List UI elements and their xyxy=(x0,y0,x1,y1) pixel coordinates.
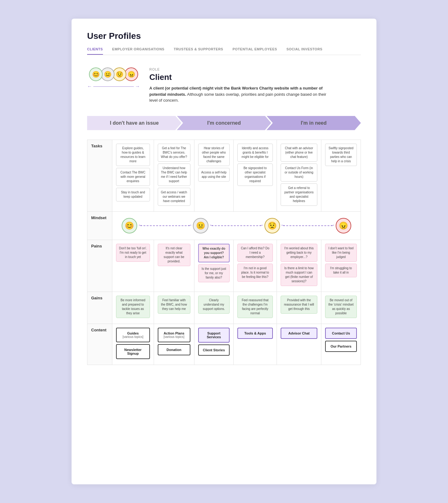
task-card: Get access / watch our webinars we have … xyxy=(158,188,190,206)
face-neutral: 😐 xyxy=(101,67,114,81)
pain-card: I'm not in a good place. Is it normal to… xyxy=(237,264,273,282)
emoji-row: 😊 😐 😟 😠 xyxy=(87,67,140,89)
pain-card: I'm worried about this getting back to m… xyxy=(281,244,317,262)
mindset-label: Mindset xyxy=(87,211,112,240)
pain-card: I don't want to feel like I'm being judg… xyxy=(325,244,357,262)
pains-row: Pains Don't be too 'full on'. I'm not re… xyxy=(87,240,361,292)
mindset-faces-cell: 😊 ← → 😐 ← → 😟 ← → 😠 xyxy=(112,211,361,240)
gains-col3: Clearly understand my support options. xyxy=(194,292,233,324)
tab-employees[interactable]: POTENTIAL EMPLOYEES xyxy=(232,47,277,55)
pains-label: Pains xyxy=(87,240,112,292)
tab-social[interactable]: SOCIAL INVESTORS xyxy=(287,47,323,55)
pains-col4: Can I afford this? Do I need a membershi… xyxy=(234,240,277,292)
content-card-partners: Our Partners xyxy=(325,341,357,352)
tasks-col3: Hear stories of other people who faced t… xyxy=(194,140,233,211)
main-grid: Tasks Explore guides, how-to guides & re… xyxy=(87,140,361,365)
content-col5: Advisor Chat xyxy=(277,324,321,365)
tabs-nav: CLIENTS EMPLOYER ORGANISATIONS TRUSTEES … xyxy=(87,47,361,55)
pains-col1: Don't be too 'full on'. I'm not ready to… xyxy=(112,240,154,292)
face-happy: 😊 xyxy=(89,67,103,81)
pains-col6: I don't want to feel like I'm being judg… xyxy=(321,240,361,292)
role-name: Client xyxy=(149,72,361,82)
pain-card: Is there a limit to how much support I c… xyxy=(281,264,317,286)
task-card: Contact The BWC with more general enquir… xyxy=(116,168,150,186)
gains-col2: Feel familiar with the BWC, and how they… xyxy=(154,292,194,324)
pipeline-no-issue: I don't have an issue xyxy=(87,116,181,130)
pain-card: Is the support just for me, or my family… xyxy=(198,264,230,282)
page-container: User Profiles CLIENTS EMPLOYER ORGANISAT… xyxy=(72,19,376,484)
content-col2: Action Plans [various topics] Donation xyxy=(154,324,194,365)
task-card: Understand how The BWC can help me if I … xyxy=(158,164,190,186)
mindset-row: Mindset 😊 ← → 😐 ← → 😟 ← xyxy=(87,211,361,240)
face-angry: 😠 xyxy=(124,67,138,81)
pain-card: It's not clear exactly what support can … xyxy=(158,244,190,266)
pain-card: Who exactly do you support? Am I eligibl… xyxy=(198,244,230,262)
mindset-face-neutral: 😐 xyxy=(193,218,208,233)
pains-col3: Who exactly do you support? Am I eligibl… xyxy=(194,240,233,292)
gain-card: Be moved out of the 'crisis' mindset as … xyxy=(325,296,357,318)
tasks-col5: Chat with an advisor (either phone or li… xyxy=(277,140,321,211)
content-card-guides: Guides [various topics] xyxy=(116,328,150,342)
mindset-face-angry: 😠 xyxy=(336,218,351,233)
pain-card: Don't be too 'full on'. I'm not ready to… xyxy=(116,244,150,262)
task-card: Swiftly signposted towards third parties… xyxy=(325,144,357,166)
pipeline: I don't have an issue I'm concerned I'm … xyxy=(87,116,361,130)
content-card-newsletter: Newsletter Signup xyxy=(116,344,150,359)
tasks-col1: Explore guides, how-to guides & resource… xyxy=(112,140,154,211)
gain-card: Feel reassured that the challenges I'm f… xyxy=(237,296,273,318)
content-card-contact: Contact Us xyxy=(325,328,357,339)
role-info: ROLE Client A client (or potential clien… xyxy=(149,67,361,104)
content-card-support: Support Services xyxy=(198,328,230,343)
gain-card: Clearly understand my support options. xyxy=(198,296,230,314)
content-label: Content xyxy=(87,324,112,365)
task-card: Get a referral to partner organisations … xyxy=(281,183,317,206)
content-card-advisor: Advisor Chat xyxy=(281,328,317,339)
tasks-col6: Swiftly signposted towards third parties… xyxy=(321,140,361,211)
pains-col5: I'm worried about this getting back to m… xyxy=(277,240,321,292)
content-col3: Support Services Client Stories xyxy=(194,324,233,365)
content-col1: Guides [various topics] Newsletter Signu… xyxy=(112,324,154,365)
tab-trustees[interactable]: TRUSTEES & SUPPORTERS xyxy=(174,47,223,55)
gain-card: Be more informed and prepared to tackle … xyxy=(116,296,150,318)
pain-card: Can I afford this? Do I need a membershi… xyxy=(237,244,273,262)
face-worried: 😟 xyxy=(113,67,126,81)
task-card: Explore guides, how-to guides & resource… xyxy=(116,144,150,166)
tasks-row: Tasks Explore guides, how-to guides & re… xyxy=(87,140,361,211)
tab-employer[interactable]: EMPLOYER ORGANISATIONS xyxy=(112,47,165,55)
task-card: Access a self-help app using the site xyxy=(198,168,230,182)
gains-label: Gains xyxy=(87,292,112,324)
task-card: Get a feel for The BWC's services. What … xyxy=(158,144,190,162)
task-card: Hear stories of other people who faced t… xyxy=(198,144,230,166)
gains-col5: Provided with the reassurance that I wil… xyxy=(277,292,321,324)
tab-clients[interactable]: CLIENTS xyxy=(87,47,103,55)
role-label: ROLE xyxy=(149,67,361,71)
pains-col2: It's not clear exactly what support can … xyxy=(154,240,194,292)
mindset-face-worried: 😟 xyxy=(264,218,280,233)
content-col4: Tools & Apps xyxy=(234,324,277,365)
tasks-col2: Get a feel for The BWC's services. What … xyxy=(154,140,194,211)
role-desc: A client (or potential client) might vis… xyxy=(149,85,330,104)
content-row: Content Guides [various topics] Newslett… xyxy=(87,324,361,365)
gain-card: Feel familiar with the BWC, and how they… xyxy=(158,296,190,314)
content-card-action-plans: Action Plans [various topics] xyxy=(158,328,190,342)
task-card: Chat with an advisor (either phone or li… xyxy=(281,144,317,162)
content-card-donation: Donation xyxy=(158,344,190,355)
gains-col4: Feel reassured that the challenges I'm f… xyxy=(234,292,277,324)
content-col6: Contact Us Our Partners xyxy=(321,324,361,365)
task-card: Be signposted to other specialist organi… xyxy=(237,164,273,186)
tasks-label: Tasks xyxy=(87,140,112,211)
gain-card: Provided with the reassurance that I wil… xyxy=(281,296,317,314)
gains-col1: Be more informed and prepared to tackle … xyxy=(112,292,154,324)
arrow-line xyxy=(87,84,140,89)
task-card: Identify and access grants & benefits I … xyxy=(237,144,273,162)
tasks-col4: Identify and access grants & benefits I … xyxy=(234,140,277,211)
gains-col6: Be moved out of the 'crisis' mindset as … xyxy=(321,292,361,324)
emoji-faces: 😊 😐 😟 😠 xyxy=(89,67,138,81)
task-card: Contact Us Form (in or outside of workin… xyxy=(281,164,317,182)
mindset-face-happy: 😊 xyxy=(122,218,137,233)
role-section: 😊 😐 😟 😠 ROLE Client A client (or potenti… xyxy=(87,67,361,104)
task-card: Stay in touch and keep updated xyxy=(116,188,150,201)
page-title: User Profiles xyxy=(87,31,361,41)
gains-row: Gains Be more informed and prepared to t… xyxy=(87,292,361,324)
pain-card: I'm struggling to take it all in xyxy=(325,264,357,277)
